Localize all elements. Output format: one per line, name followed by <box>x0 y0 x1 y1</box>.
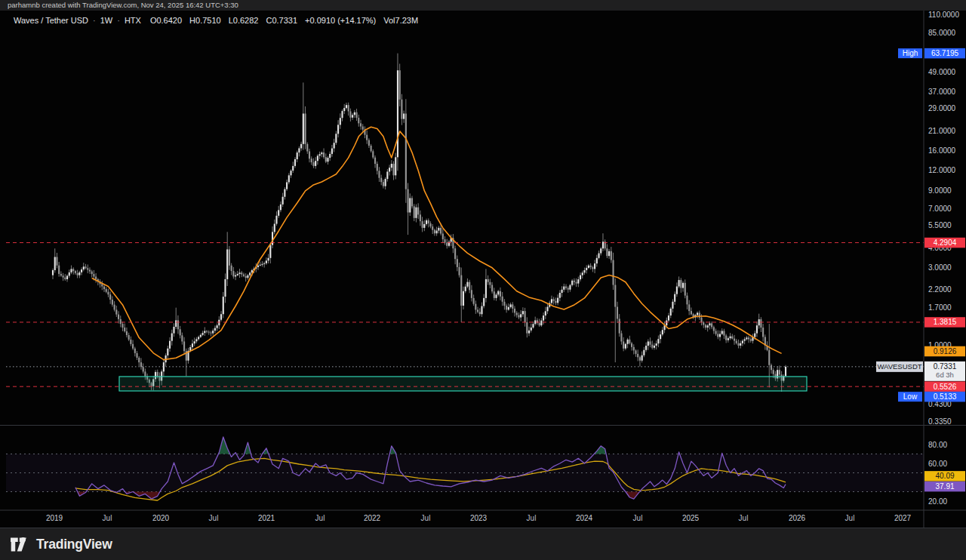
price-tick-label: 0.3350 <box>928 417 952 426</box>
legend-separator: · <box>117 16 120 25</box>
rsi-axis[interactable]: 80.0060.0020.0040.0937.91 <box>924 441 965 506</box>
time-tick-label: 2019 <box>46 514 63 522</box>
price-tick-label: 3.0000 <box>928 263 952 272</box>
level-price-badge-text: 4.2904 <box>934 238 957 247</box>
legend-stat: H0.7510 <box>189 16 221 25</box>
high-marker-tag-text: High <box>903 49 918 57</box>
support-zone-rectangle[interactable] <box>119 377 807 391</box>
time-tick-label: 2022 <box>364 514 381 522</box>
time-tick-label: 2027 <box>894 514 912 522</box>
attribution-bar: parhamnb created with TradingView.com, N… <box>0 0 966 11</box>
exchange-label: HTX <box>125 16 141 25</box>
ma-price-badge-text: 0.9126 <box>934 347 957 355</box>
symbol-legend: Waves / Tether USD · 1W · HTX O0.6420H0.… <box>14 16 418 25</box>
price-tick-label: 37.0000 <box>928 88 956 96</box>
main-price-pane[interactable] <box>6 54 924 392</box>
low-marker-tag-text: Low <box>903 392 918 401</box>
price-tick-label: 12.0000 <box>928 166 956 174</box>
price-tick-label: 2.2000 <box>928 285 952 294</box>
price-tick-label: 9.0000 <box>928 186 952 195</box>
rsi-value-badge-text: 37.91 <box>935 482 954 491</box>
price-tick-label: 1.7000 <box>928 303 952 312</box>
symbol-title[interactable]: Waves / Tether USD <box>14 16 88 25</box>
tradingview-logo-icon[interactable] <box>11 536 29 553</box>
legend-separator: · <box>93 16 96 25</box>
bar-countdown: 6d 3h <box>936 371 954 379</box>
legend-stat: C0.7331 <box>266 16 297 25</box>
symbol-price-tag-text: WAVESUSDT <box>877 362 921 371</box>
time-tick-label: Jul <box>527 514 537 522</box>
legend-stat: Vol7.23M <box>383 16 418 25</box>
legend-stat: O0.6420 <box>150 16 182 25</box>
time-tick-label: 2020 <box>152 514 170 522</box>
time-axis[interactable]: 2019Jul2020Jul2021Jul2022Jul2023Jul2024J… <box>46 514 912 522</box>
price-tick-label: 110.0000 <box>928 11 959 19</box>
price-tick-label: 29.0000 <box>928 104 956 112</box>
tradingview-wordmark[interactable]: TradingView <box>36 537 112 552</box>
ohlc-values: O0.6420H0.7510L0.6282C0.7331+0.0910 (+14… <box>147 16 418 25</box>
price-tick-label: 16.0000 <box>928 146 956 155</box>
level-price-badge-text: 1.3815 <box>934 318 957 326</box>
price-tick-label: 85.0000 <box>928 29 956 37</box>
footer-bar: TradingView <box>0 528 966 560</box>
rsi-tick-label: 80.00 <box>928 441 947 449</box>
last-price-value: 0.7331 <box>934 362 957 371</box>
price-tick-label: 5.5000 <box>928 221 952 229</box>
time-tick-label: Jul <box>103 514 112 522</box>
price-tick-label: 7.0000 <box>928 205 952 213</box>
time-tick-label: Jul <box>845 514 855 522</box>
time-tick-label: 2024 <box>576 514 593 522</box>
time-tick-label: 2023 <box>470 514 488 522</box>
rsi-pane[interactable] <box>6 437 924 500</box>
symbol-title-group: Waves / Tether USD · 1W · HTX <box>14 16 141 25</box>
price-tick-label: 21.0000 <box>928 127 956 135</box>
time-tick-label: Jul <box>421 514 431 522</box>
candlestick-series <box>52 70 786 386</box>
interval-label[interactable]: 1W <box>100 16 113 25</box>
rsi-value-badge-text: 40.09 <box>935 472 954 480</box>
tradingview-chart-page: parhamnb created with TradingView.com, N… <box>0 0 966 560</box>
low-price-badge-text: 0.5133 <box>934 392 957 401</box>
time-tick-label: 2021 <box>258 514 275 522</box>
time-tick-label: 2025 <box>682 514 700 522</box>
rsi-tick-label: 60.00 <box>928 460 947 468</box>
time-tick-label: Jul <box>315 514 325 522</box>
price-tick-label: 49.0000 <box>928 68 956 76</box>
time-tick-label: Jul <box>739 514 749 522</box>
candle-wicks <box>53 54 786 392</box>
level-price-badge-text: 0.5526 <box>934 383 957 391</box>
time-tick-label: Jul <box>633 514 643 522</box>
time-tick-label: Jul <box>209 514 219 522</box>
legend-stat: +0.0910 (+14.17%) <box>305 16 376 25</box>
ma-line[interactable] <box>92 127 782 359</box>
legend-stat: L0.6282 <box>229 16 259 25</box>
attribution-text: parhamnb created with TradingView.com, N… <box>8 1 238 9</box>
high-price-badge-text: 63.7195 <box>931 49 959 57</box>
rsi-tick-label: 20.00 <box>928 497 947 506</box>
time-tick-label: 2026 <box>789 514 806 522</box>
price-axis[interactable]: 110.000085.000049.000037.000029.000021.0… <box>876 11 965 426</box>
chart-canvas[interactable]: 110.000085.000049.000037.000029.000021.0… <box>0 0 966 560</box>
